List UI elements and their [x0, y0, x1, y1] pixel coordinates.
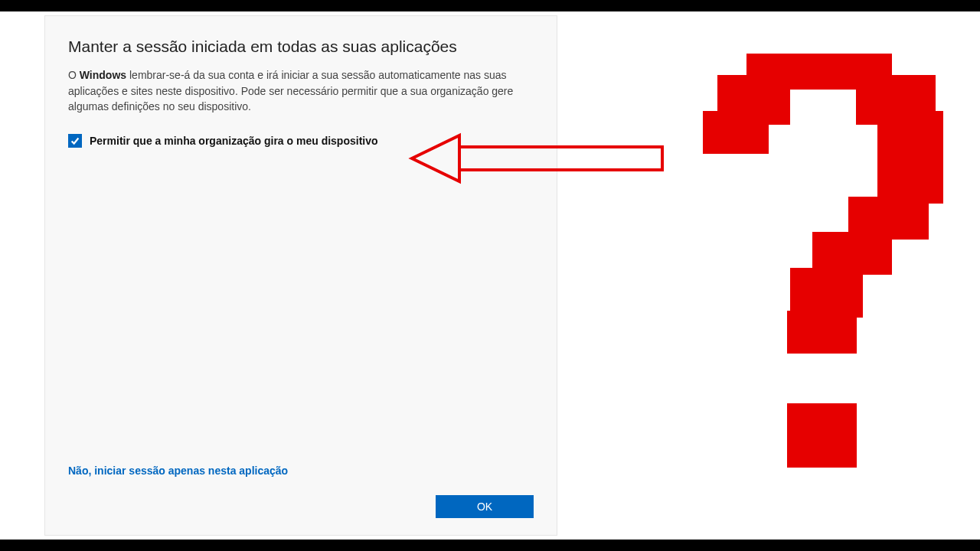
allow-org-manage-checkbox[interactable]	[68, 134, 82, 148]
svg-rect-5	[703, 111, 769, 154]
desc-strong: Windows	[80, 69, 126, 81]
svg-rect-12	[787, 403, 857, 468]
svg-rect-4	[856, 75, 936, 125]
checkmark-icon	[70, 135, 80, 146]
svg-rect-2	[746, 54, 892, 90]
svg-rect-10	[790, 268, 863, 318]
svg-rect-3	[717, 75, 790, 125]
dialog-description: O Windows lembrar-se-á da sua conta e ir…	[68, 67, 534, 114]
red-question-mark-annotation	[674, 54, 965, 482]
allow-org-manage-row[interactable]: Permitir que a minha organização gira o …	[68, 134, 534, 148]
ok-button[interactable]: OK	[436, 495, 534, 518]
button-row: OK	[68, 495, 534, 518]
svg-rect-7	[877, 161, 943, 204]
svg-rect-11	[787, 311, 857, 354]
svg-rect-6	[877, 111, 943, 168]
letterbox-bottom	[0, 540, 980, 551]
svg-rect-8	[848, 197, 929, 240]
letterbox-top	[0, 0, 980, 11]
desc-rest: lembrar-se-á da sua conta e irá iniciar …	[68, 69, 513, 112]
svg-rect-9	[812, 232, 893, 275]
spacer	[68, 148, 534, 465]
allow-org-manage-label: Permitir que a minha organização gira o …	[90, 135, 378, 148]
dialog-title: Manter a sessão iniciada em todas as sua…	[68, 36, 534, 57]
desc-lead: O	[68, 69, 80, 81]
signin-dialog: Manter a sessão iniciada em todas as sua…	[44, 15, 557, 536]
signin-this-app-only-link[interactable]: Não, iniciar sessão apenas nesta aplicaç…	[68, 465, 534, 477]
